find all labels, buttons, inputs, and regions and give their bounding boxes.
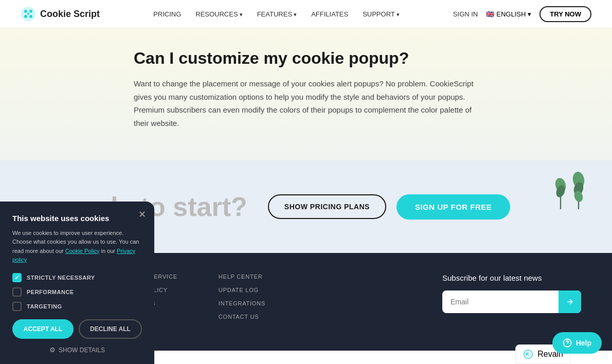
footer-links-group: TERMS OF SERVICE PRIVACY POLICY CONTACT …: [115, 274, 411, 320]
svg-point-1: [24, 10, 27, 13]
cta-buttons: SHOW PRICING PLANS SIGN UP FOR FREE: [268, 194, 511, 220]
try-now-button[interactable]: TRY NOW: [539, 6, 591, 22]
checkbox-performance[interactable]: [12, 287, 22, 297]
cookie-option-performance: PERFORMANCE: [12, 287, 142, 297]
sign-in-link[interactable]: SIGN IN: [453, 10, 478, 18]
footer-help[interactable]: HELP CENTER: [219, 274, 265, 280]
label-targeting: TARGETING: [27, 303, 62, 310]
help-icon: [563, 338, 572, 348]
label-necessary: STRICTLY NECESSARY: [27, 275, 95, 281]
cookie-title: This website uses cookies: [12, 214, 142, 223]
footer-col-2: HELP CENTER UPDATE LOG INTEGRATIONS CONT…: [219, 274, 265, 320]
svg-point-3: [24, 15, 27, 18]
cookie-actions: ACCEPT ALL DECLINE ALL: [12, 319, 142, 339]
svg-point-19: [524, 350, 533, 351]
navbar: Cookie Script PRICING RESOURCES FEATURES…: [0, 0, 612, 28]
plant-decoration: [550, 166, 591, 214]
nav-support[interactable]: SUPPORT: [363, 10, 400, 18]
page-title: Can I customize my cookie popup?: [134, 49, 478, 68]
checkbox-targeting[interactable]: [12, 302, 22, 311]
cookie-desc: We use cookies to improve user experienc…: [12, 229, 142, 265]
footer-integrations[interactable]: INTEGRATIONS: [219, 300, 265, 306]
gear-icon: ⚙: [49, 346, 56, 351]
nav-pricing[interactable]: PRICING: [153, 10, 181, 18]
chevron-down-icon: ▾: [528, 10, 531, 18]
label-performance: PERFORMANCE: [27, 289, 74, 295]
cookie-option-necessary: STRICTLY NECESSARY: [12, 273, 142, 282]
show-details[interactable]: ⚙ SHOW DETAILS: [12, 346, 142, 351]
nav-affiliates[interactable]: AFFILIATES: [311, 10, 348, 18]
email-input[interactable]: [442, 290, 559, 313]
help-label: Help: [576, 339, 591, 347]
cookie-policy-link[interactable]: Cookie Policy: [65, 248, 100, 254]
checkbox-necessary[interactable]: [12, 273, 22, 282]
flag-icon: 🇬🇧: [486, 10, 494, 18]
svg-point-5: [27, 13, 29, 15]
nav-resources[interactable]: RESOURCES: [195, 10, 242, 18]
email-submit-button[interactable]: [559, 290, 581, 313]
footer-contact-2[interactable]: CONTACT US: [219, 314, 265, 320]
revain-icon: R: [523, 349, 533, 351]
main-content: Can I customize my cookie popup? Want to…: [0, 28, 612, 160]
cookie-close-button[interactable]: ✕: [138, 209, 146, 220]
email-form: [442, 290, 581, 313]
nav-right: SIGN IN 🇬🇧 ENGLISH ▾ TRY NOW: [453, 6, 591, 22]
footer-subscribe: Subscribe for our latest news: [442, 274, 581, 313]
accept-all-button[interactable]: ACCEPT ALL: [12, 319, 74, 339]
nav-links: PRICING RESOURCES FEATURES AFFILIATES SU…: [153, 10, 400, 18]
footer-update-log[interactable]: UPDATE LOG: [219, 287, 265, 293]
logo[interactable]: Cookie Script: [21, 6, 100, 22]
logo-text: Cookie Script: [40, 9, 100, 20]
page-body: Want to change the placement or message …: [134, 77, 478, 130]
subscribe-title: Subscribe for our latest news: [442, 274, 581, 282]
help-button[interactable]: Help: [552, 332, 602, 351]
cookie-banner: ✕ This website uses cookies We use cooki…: [0, 202, 154, 351]
language-selector[interactable]: 🇬🇧 ENGLISH ▾: [486, 10, 531, 18]
svg-point-4: [29, 15, 32, 18]
logo-icon: [21, 6, 36, 22]
svg-point-2: [29, 10, 32, 13]
cookie-option-targeting: TARGETING: [12, 302, 142, 311]
show-details-label: SHOW DETAILS: [59, 347, 105, 351]
decline-all-button[interactable]: DECLINE ALL: [79, 319, 142, 339]
language-label: ENGLISH: [496, 10, 526, 18]
show-pricing-button[interactable]: SHOW PRICING PLANS: [268, 194, 386, 219]
sign-up-button[interactable]: SIGN UP FOR FREE: [397, 194, 510, 220]
nav-features[interactable]: FEATURES: [257, 10, 297, 18]
